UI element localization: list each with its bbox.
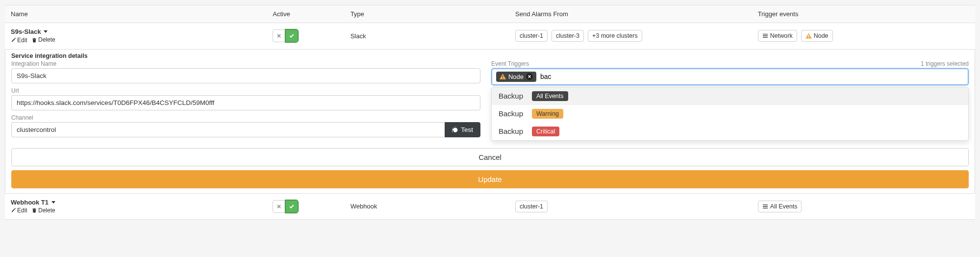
remove-trigger-icon[interactable] — [526, 73, 533, 80]
update-button[interactable]: Update — [11, 170, 969, 188]
toggle-off-button[interactable] — [273, 200, 285, 213]
integration-name-toggle[interactable]: S9s-Slack — [11, 28, 48, 35]
triggers-dropdown: Backup All Events Backup Warning Backup … — [491, 87, 969, 141]
edit-link[interactable]: Edit — [11, 207, 27, 214]
toggle-on-button[interactable] — [285, 29, 298, 42]
table-header-row: Name Active Type Send Alarms From Trigge… — [5, 5, 975, 23]
check-icon — [289, 204, 295, 209]
badge-critical: Critical — [532, 127, 559, 136]
dropdown-item[interactable]: Backup All Events — [492, 87, 968, 105]
type-cell: Webhook — [345, 194, 509, 220]
warning-icon — [500, 74, 506, 79]
triggers-input[interactable]: Node — [491, 68, 969, 85]
table-row: Webhook T1 Edit Delete — [5, 194, 975, 220]
check-icon — [289, 33, 295, 39]
dropdown-item[interactable]: Backup Warning — [492, 105, 968, 123]
integration-name: S9s-Slack — [11, 28, 41, 35]
toggle-off-button[interactable] — [273, 29, 285, 42]
event-triggers-label: Event Triggers — [491, 60, 529, 67]
cancel-button[interactable]: Cancel — [11, 148, 969, 166]
channel-label: Channel — [11, 114, 480, 121]
pencil-icon — [11, 38, 16, 43]
url-label: Url — [11, 87, 480, 94]
integration-name-toggle[interactable]: Webhook T1 — [11, 199, 55, 206]
details-header: Service integration details — [5, 50, 975, 60]
cluster-chip[interactable]: cluster-1 — [515, 201, 548, 212]
trash-icon — [32, 37, 37, 43]
delete-link[interactable]: Delete — [32, 207, 55, 214]
x-icon — [276, 33, 281, 38]
integrations-table: Name Active Type Send Alarms From Trigge… — [5, 5, 975, 220]
edit-link[interactable]: Edit — [11, 37, 27, 44]
col-type: Type — [345, 5, 509, 23]
integration-name: Webhook T1 — [11, 199, 49, 206]
cluster-chip[interactable]: cluster-1 — [515, 30, 548, 42]
pencil-icon — [11, 208, 16, 213]
menu-icon — [762, 204, 768, 209]
triggers-selected-count: 1 triggers selected — [921, 60, 969, 67]
dropdown-item[interactable]: Backup Critical — [492, 123, 968, 140]
cluster-chip-more[interactable]: +3 more clusters — [588, 30, 642, 42]
refresh-icon — [452, 127, 458, 133]
type-cell: Slack — [345, 23, 509, 50]
integration-details-panel: Service integration details Integration … — [5, 50, 975, 194]
menu-icon — [762, 33, 768, 38]
triggers-search-input[interactable] — [540, 73, 964, 80]
col-active: Active — [267, 5, 344, 23]
selected-trigger-tag: Node — [496, 72, 536, 82]
caret-down-icon — [44, 30, 48, 33]
cluster-chip[interactable]: cluster-3 — [552, 30, 584, 42]
x-icon — [276, 204, 281, 209]
trigger-chip[interactable]: Network — [758, 30, 797, 42]
trash-icon — [32, 207, 37, 213]
channel-input[interactable] — [11, 122, 445, 137]
active-toggle — [273, 29, 298, 42]
col-alarms-from: Send Alarms From — [509, 5, 752, 23]
test-button[interactable]: Test — [445, 122, 480, 137]
trigger-chip[interactable]: Node — [801, 30, 833, 42]
badge-all-events: All Events — [532, 91, 568, 101]
toggle-on-button[interactable] — [285, 200, 298, 213]
integration-name-input[interactable] — [11, 68, 480, 83]
delete-link[interactable]: Delete — [32, 36, 55, 43]
col-trigger-events: Trigger events — [752, 5, 975, 23]
url-input[interactable] — [11, 95, 480, 110]
trigger-chip[interactable]: All Events — [758, 201, 802, 212]
warning-icon — [805, 33, 812, 39]
integration-name-label: Integration Name — [11, 60, 480, 67]
badge-warning: Warning — [532, 109, 563, 119]
caret-down-icon — [51, 201, 55, 204]
integrations-panel: Name Active Type Send Alarms From Trigge… — [0, 0, 980, 225]
table-row: S9s-Slack Edit Delete — [5, 23, 975, 50]
col-name: Name — [5, 5, 267, 23]
active-toggle — [273, 200, 298, 213]
